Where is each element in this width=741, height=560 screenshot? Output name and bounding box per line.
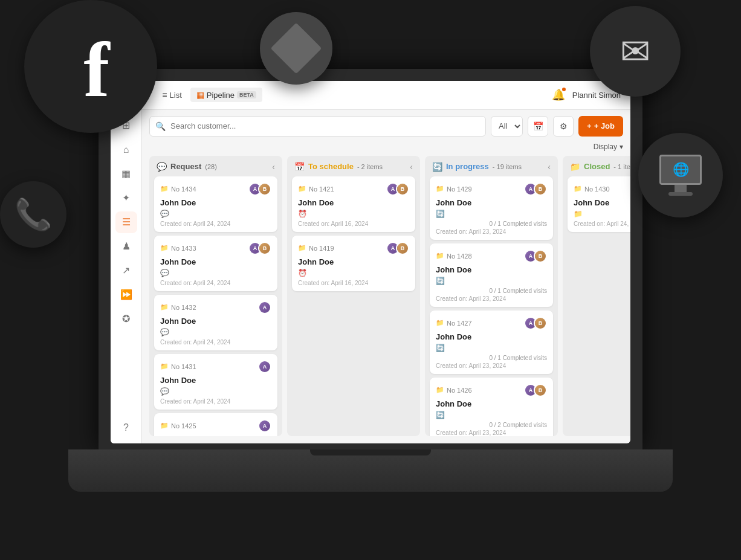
closed-cards-list: 📁 No 1430 A B John Doe 📁 — [563, 176, 630, 436]
card-status-icon: 🔄 — [436, 210, 547, 218]
card-header: 📁 No 1429 A B — [436, 182, 547, 196]
card-customer-name: John Doe — [436, 265, 547, 274]
card-date: Created on: April 16, 2024 — [298, 280, 409, 286]
card-date: Created on: April 24, 2024 — [160, 398, 271, 405]
view-tabs: ≡ List ▦ Pipeline BETA — [156, 88, 262, 102]
laptop-base — [68, 449, 673, 492]
kanban-col-progress: 🔄 In progress - 19 items ‹ 📁 No 1429 — [425, 156, 558, 436]
search-bar-row: 🔍 All 📅 ⚙ + + Job — [142, 110, 630, 143]
kanban-col-schedule: 📅 To schedule - 2 items ‹ 📁 No 1421 — [287, 156, 420, 436]
folder-icon: 📁 — [160, 244, 169, 252]
table-row[interactable]: 📁 No 1431 A John Doe 💬 Created on: April… — [154, 354, 277, 410]
progress-count: - 19 items — [493, 163, 522, 170]
tab-pipeline[interactable]: ▦ Pipeline BETA — [190, 88, 262, 102]
schedule-collapse[interactable]: ‹ — [410, 162, 413, 172]
card-header: 📁 No 1434 A B — [160, 182, 271, 196]
card-customer-name: John Doe — [160, 435, 271, 436]
table-row[interactable]: 📁 No 1425 A John Doe 💬 0 / 1 Completed v… — [154, 413, 277, 436]
progress-cards-list: 📁 No 1429 A B John Doe 🔄 — [425, 176, 558, 436]
avatar: B — [258, 182, 271, 196]
sidebar-item-calendar[interactable]: ▦ — [115, 163, 137, 185]
sidebar: ⊞ ⌂ ▦ ✦ ☰ ♟ ↗ ⏩ ✪ ? — [111, 110, 142, 443]
folder-icon: 📁 — [436, 386, 444, 394]
card-avatars: A — [258, 419, 271, 433]
card-header: 📁 No 1421 A B — [298, 182, 409, 196]
sidebar-item-list[interactable]: ☰ — [115, 211, 137, 233]
folder-icon: 📁 — [574, 185, 582, 193]
notification-dot — [561, 86, 567, 92]
folder-icon: 📁 — [298, 244, 306, 252]
table-row[interactable]: 📁 No 1434 A B John Doe 💬 — [154, 176, 277, 232]
card-header: 📁 No 1427 A B — [436, 317, 547, 330]
table-row[interactable]: 📁 No 1432 A John Doe 💬 Created on: April… — [154, 295, 277, 350]
card-avatars: A — [258, 301, 271, 314]
folder-icon: 📁 — [436, 185, 444, 193]
avatar: B — [396, 182, 409, 196]
avatar: A — [258, 360, 271, 373]
tab-list[interactable]: ≡ List — [156, 88, 187, 102]
sidebar-item-folder[interactable]: ⏩ — [115, 284, 137, 306]
calendar-button[interactable]: 📅 — [528, 116, 548, 137]
phone-icon: 📞 — [0, 181, 66, 248]
card-avatars: A — [258, 360, 271, 373]
avatar: B — [534, 317, 547, 330]
pipeline-area: 🔍 All 📅 ⚙ + + Job — [142, 110, 630, 443]
search-input[interactable] — [149, 116, 486, 137]
col-header-closed: 📁 Closed - 1 items ‹ — [563, 156, 630, 176]
card-header: 📁 No 1426 A B — [436, 384, 547, 397]
card-date: Created on: April 24, 2024 — [160, 339, 271, 346]
progress-collapse[interactable]: ‹ — [548, 162, 551, 172]
table-row[interactable]: 📁 No 1426 A B John Doe 🔄 — [430, 378, 553, 436]
sidebar-item-tools[interactable]: ✦ — [115, 187, 137, 209]
table-row[interactable]: 📁 No 1427 A B John Doe 🔄 — [430, 311, 553, 374]
card-number: 📁 No 1427 — [436, 319, 472, 327]
card-date: Created on: April 24, 2024 — [160, 280, 271, 286]
card-status-icon: 💬 — [160, 269, 271, 277]
sidebar-item-badge[interactable]: ✪ — [115, 308, 137, 330]
sidebar-item-person[interactable]: ♟ — [115, 236, 137, 257]
card-status-icon: 💬 — [160, 387, 271, 396]
notification-bell[interactable]: 🔔 — [552, 88, 565, 101]
card-visits: 0 / 1 Completed visits — [436, 288, 547, 294]
card-number: 📁 No 1428 — [436, 252, 472, 260]
laptop-notch — [310, 449, 431, 455]
card-customer-name: John Doe — [436, 332, 547, 341]
card-status-icon: ⏰ — [298, 269, 409, 277]
card-avatars: A B — [386, 242, 409, 255]
card-date: Created on: April 23, 2024 — [436, 430, 547, 436]
card-status-icon: 💬 — [160, 328, 271, 336]
sidebar-item-help[interactable]: ? — [115, 417, 137, 439]
laptop-bezel: ‹ › ≡ List ▦ Pipeline BETA — [99, 69, 642, 449]
table-row[interactable]: 📁 No 1419 A B John Doe ⏰ — [292, 236, 415, 291]
display-button[interactable]: Display ▾ — [594, 143, 623, 151]
sidebar-item-home[interactable]: ⌂ — [115, 139, 137, 161]
progress-title: In progress — [446, 162, 489, 171]
table-row[interactable]: 📁 No 1421 A B John Doe ⏰ — [292, 176, 415, 232]
card-header: 📁 No 1428 A B — [436, 249, 547, 263]
table-row[interactable]: 📁 No 1430 A B John Doe 📁 — [568, 176, 630, 232]
card-avatars: A B — [524, 249, 547, 263]
request-collapse[interactable]: ‹ — [272, 162, 275, 172]
table-row[interactable]: 📁 No 1433 A B John Doe 💬 — [154, 236, 277, 291]
filter-select[interactable]: All — [491, 116, 523, 137]
add-job-button[interactable]: + + Job — [578, 116, 623, 137]
schedule-cards-list: 📁 No 1421 A B John Doe ⏰ — [287, 176, 420, 436]
search-icon: 🔍 — [155, 121, 166, 131]
card-customer-name: John Doe — [160, 317, 271, 326]
card-customer-name: John Doe — [298, 257, 409, 266]
card-number: 📁 No 1431 — [160, 362, 196, 370]
kanban-col-closed: 📁 Closed - 1 items ‹ 📁 No 1430 — [563, 156, 630, 436]
tab-pipeline-label: Pipeline — [207, 91, 235, 100]
card-status-icon: ⏰ — [298, 210, 409, 218]
facebook-f-letter: f — [83, 30, 109, 109]
table-row[interactable]: 📁 No 1428 A B John Doe 🔄 — [430, 243, 553, 307]
card-number: 📁 No 1426 — [436, 386, 472, 394]
sidebar-item-chart[interactable]: ↗ — [115, 260, 137, 282]
app-ui: ‹ › ≡ List ▦ Pipeline BETA — [111, 81, 630, 443]
table-row[interactable]: 📁 No 1429 A B John Doe 🔄 — [430, 176, 553, 240]
col-header-progress: 🔄 In progress - 19 items ‹ — [425, 156, 558, 176]
closed-title: Closed — [584, 162, 610, 171]
folder-icon: 📁 — [160, 303, 169, 311]
filter-settings-button[interactable]: ⚙ — [553, 116, 574, 137]
avatar: B — [534, 182, 547, 196]
